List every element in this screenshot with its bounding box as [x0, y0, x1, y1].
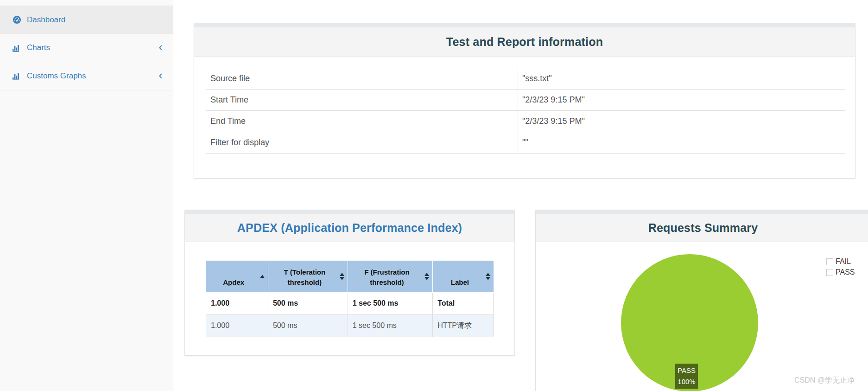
info-value: "2/3/23 9:15 PM": [518, 111, 845, 132]
sort-ascending-icon: [260, 275, 265, 278]
column-header-apdex[interactable]: Apdex: [206, 261, 268, 292]
cell-frustration: 1 sec 500 ms: [348, 292, 433, 314]
test-report-info-panel: Test and Report information Source file …: [194, 23, 855, 179]
cell-label: Total: [433, 292, 494, 314]
test-info-table: Source file "sss.txt" Start Time "2/3/23…: [206, 68, 845, 154]
legend-item-fail: FAIL: [826, 257, 855, 266]
table-row: End Time "2/3/23 9:15 PM": [206, 111, 845, 132]
apdex-panel: APDEX (Application Performance Index) Ap…: [184, 210, 515, 356]
sort-both-icon: [486, 273, 490, 280]
sidebar-item-label: Charts: [27, 43, 50, 52]
info-label: Source file: [206, 68, 518, 90]
sidebar-menu: Dashboard Charts ‹: [0, 0, 173, 90]
csdn-watermark: CSDN @学无止净: [794, 376, 855, 385]
panel-heading: Test and Report information: [194, 27, 855, 57]
table-row-total: 1.000 500 ms 1 sec 500 ms Total: [206, 292, 494, 314]
sidebar: Dashboard Charts ‹: [0, 0, 173, 391]
table-row: Start Time "2/3/23 9:15 PM": [206, 90, 845, 111]
table-row: Source file "sss.txt": [206, 68, 845, 90]
sidebar-item-charts[interactable]: Charts ‹: [0, 34, 173, 62]
bar-chart-icon: [12, 72, 22, 80]
table-row: 1.000 500 ms 1 sec 500 ms HTTP请求: [206, 314, 494, 337]
apdex-table: Apdex T (Toleration threshold) F (Frustr…: [206, 261, 494, 337]
panel-heading: APDEX (Application Performance Index): [185, 214, 514, 242]
cell-toleration: 500 ms: [268, 292, 348, 314]
requests-summary-panel: Requests Summary PASS 100% FAIL PASS: [535, 210, 868, 391]
column-header-toleration[interactable]: T (Toleration threshold): [268, 261, 348, 292]
column-header-frustration[interactable]: F (Frustration threshold): [348, 261, 433, 292]
sidebar-item-label: Dashboard: [27, 15, 65, 25]
info-label: End Time: [206, 111, 518, 132]
sidebar-item-dashboard[interactable]: Dashboard: [0, 6, 173, 34]
info-label: Filter for display: [206, 132, 518, 154]
sort-both-icon: [340, 273, 344, 280]
requests-summary-chart: PASS 100% FAIL PASS: [536, 242, 868, 391]
panel-heading: Requests Summary: [536, 214, 868, 242]
legend-swatch-fail: [826, 258, 833, 265]
cell-label: HTTP请求: [433, 314, 494, 337]
table-row: Filter for display "": [206, 132, 845, 154]
sort-both-icon: [424, 273, 429, 280]
legend-item-pass: PASS: [826, 268, 855, 276]
cell-apdex: 1.000: [206, 314, 268, 337]
chart-legend: FAIL PASS: [826, 257, 855, 276]
chevron-left-icon: ‹: [158, 41, 163, 53]
sidebar-item-label: Customs Graphs: [27, 71, 86, 81]
sidebar-item-customs-graphs[interactable]: Customs Graphs ‹: [0, 62, 173, 90]
panel-body: Source file "sss.txt" Start Time "2/3/23…: [194, 57, 855, 154]
legend-swatch-pass: [826, 269, 833, 276]
info-label: Start Time: [206, 90, 518, 111]
cell-frustration: 1 sec 500 ms: [348, 314, 433, 337]
info-value: "sss.txt": [518, 68, 845, 90]
table-header-row: Apdex T (Toleration threshold) F (Frustr…: [206, 261, 494, 292]
main-content: Test and Report information Source file …: [173, 0, 868, 391]
info-value: "2/3/23 9:15 PM": [518, 90, 845, 111]
apdex-title: APDEX (Application Performance Index): [237, 221, 462, 235]
chevron-left-icon: ‹: [158, 69, 163, 81]
cell-apdex: 1.000: [206, 292, 268, 314]
requests-summary-title: Requests Summary: [648, 221, 758, 235]
panel-body: Apdex T (Toleration threshold) F (Frustr…: [185, 242, 514, 356]
column-header-label[interactable]: Label: [433, 261, 494, 292]
pie-data-label: PASS 100%: [675, 364, 698, 389]
cell-toleration: 500 ms: [268, 314, 348, 337]
page-title: Test and Report information: [446, 35, 603, 49]
info-value: "": [518, 132, 845, 154]
dashboard-gauge-icon: [12, 16, 22, 24]
bar-chart-icon: [12, 44, 22, 52]
